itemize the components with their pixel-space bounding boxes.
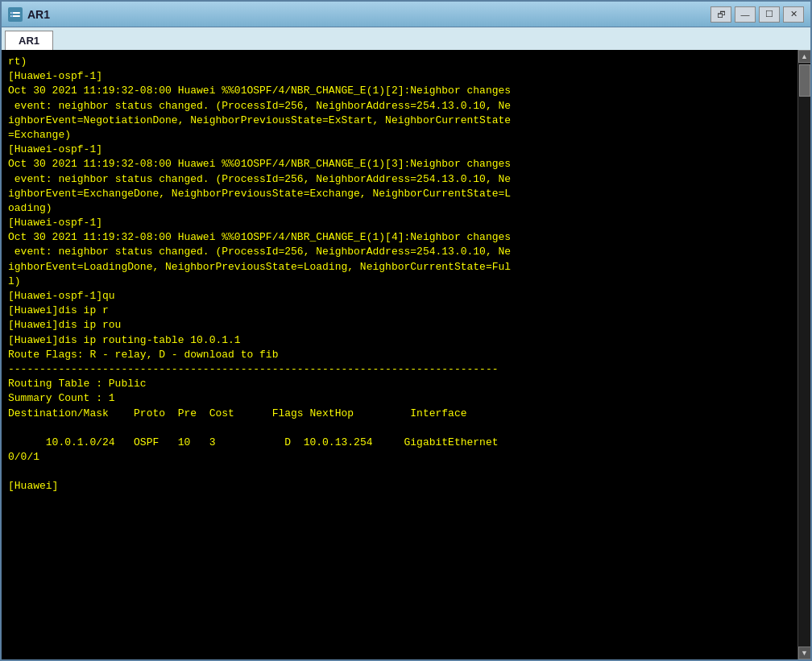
vertical-scrollbar[interactable]: ▲ ▼ — [798, 50, 810, 659]
terminal-output[interactable]: rt) [Huawei-ospf-1] Oct 30 2021 11:19:32… — [2, 50, 798, 659]
main-window: AR1 🗗 — ☐ ✕ AR1 rt) [Huawei-ospf-1] Oct … — [0, 0, 812, 661]
tab-ar1[interactable]: AR1 — [5, 31, 53, 50]
terminal-wrapper: rt) [Huawei-ospf-1] Oct 30 2021 11:19:32… — [2, 50, 810, 659]
minimize-button[interactable]: — — [735, 6, 756, 23]
scroll-track[interactable] — [798, 63, 810, 647]
title-bar: AR1 🗗 — ☐ ✕ — [2, 2, 810, 27]
restore-button[interactable]: 🗗 — [710, 6, 731, 23]
window-title: AR1 — [27, 8, 50, 21]
scroll-thumb[interactable] — [799, 64, 810, 97]
svg-point-3 — [11, 14, 13, 16]
app-icon — [8, 7, 23, 22]
maximize-button[interactable]: ☐ — [759, 6, 780, 23]
tab-bar: AR1 — [2, 27, 810, 50]
svg-point-2 — [11, 11, 13, 13]
close-button[interactable]: ✕ — [783, 6, 804, 23]
window-controls: 🗗 — ☐ ✕ — [710, 6, 804, 23]
title-bar-left: AR1 — [8, 7, 50, 22]
scroll-down-button[interactable]: ▼ — [798, 647, 811, 659]
scroll-up-button[interactable]: ▲ — [798, 50, 811, 63]
